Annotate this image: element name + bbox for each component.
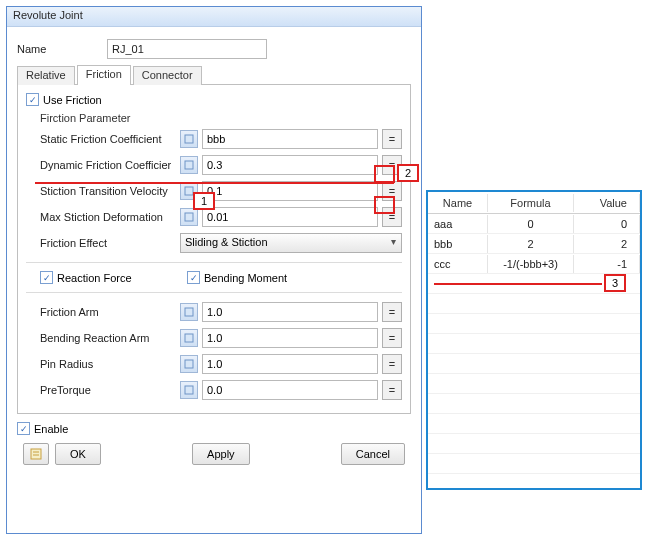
cell-name: bbb xyxy=(428,235,488,253)
friction-arm-input[interactable] xyxy=(202,302,378,322)
cancel-button[interactable]: Cancel xyxy=(341,443,405,465)
annotation-line xyxy=(434,283,602,285)
col-formula-header: Formula xyxy=(488,194,574,212)
cell-name: ccc xyxy=(428,255,488,273)
table-row[interactable] xyxy=(428,414,640,434)
ok-button[interactable]: OK xyxy=(55,443,101,465)
bending-arm-formula-button[interactable] xyxy=(382,328,402,348)
dynamic-coef-label: Dynamic Friction Coefficier xyxy=(40,159,180,171)
table-row[interactable]: ccc -1/(-bbb+3) -1 xyxy=(428,254,640,274)
cell-value: -1 xyxy=(574,255,640,273)
table-row[interactable] xyxy=(428,294,640,314)
callout-2: 2 xyxy=(397,164,419,182)
name-label: Name xyxy=(17,43,107,55)
callout-3: 3 xyxy=(604,274,626,292)
tab-relative[interactable]: Relative xyxy=(17,66,75,85)
callout-1: 1 xyxy=(193,192,215,210)
tab-friction[interactable]: Friction xyxy=(77,65,131,85)
separator xyxy=(26,292,402,293)
pin-radius-label: Pin Radius xyxy=(40,358,180,370)
table-row[interactable] xyxy=(428,334,640,354)
svg-rect-8 xyxy=(31,449,41,459)
stiction-vel-label: Stiction Transition Velocity xyxy=(40,185,180,197)
svg-rect-3 xyxy=(185,213,193,221)
static-coef-formula-button[interactable] xyxy=(382,129,402,149)
table-row[interactable]: bbb 2 2 xyxy=(428,234,640,254)
pin-radius-input[interactable] xyxy=(202,354,378,374)
tab-bar: Relative Friction Connector xyxy=(17,65,411,85)
annotation-line xyxy=(35,182,394,184)
pretorque-label: PreTorque xyxy=(40,384,180,396)
col-name-header: Name xyxy=(428,194,488,212)
max-def-label: Max Stiction Deformation xyxy=(40,211,180,223)
formula-table-popup: Name Formula Value aaa 0 0 bbb 2 2 ccc -… xyxy=(426,190,642,490)
table-row[interactable] xyxy=(428,394,640,414)
friction-parameter-title: Firction Parameter xyxy=(40,112,402,124)
table-row[interactable]: aaa 0 0 xyxy=(428,214,640,234)
friction-arm-formula-button[interactable] xyxy=(382,302,402,322)
static-coef-label: Static Friction Coefficient xyxy=(40,133,180,145)
param-icon[interactable] xyxy=(180,156,198,174)
table-row[interactable] xyxy=(428,454,640,474)
revolute-joint-dialog: Revolute Joint Name Relative Friction Co… xyxy=(6,6,422,534)
bending-arm-label: Bending Reaction Arm xyxy=(40,332,180,344)
pretorque-input[interactable] xyxy=(202,380,378,400)
pretorque-formula-button[interactable] xyxy=(382,380,402,400)
cell-value: 0 xyxy=(574,215,640,233)
stiction-vel-input[interactable] xyxy=(202,181,378,201)
svg-rect-5 xyxy=(185,334,193,342)
cell-name: aaa xyxy=(428,215,488,233)
svg-rect-7 xyxy=(185,386,193,394)
table-row[interactable] xyxy=(428,314,640,334)
enable-checkbox[interactable] xyxy=(17,422,30,435)
enable-label: Enable xyxy=(34,423,68,435)
table-row[interactable] xyxy=(428,354,640,374)
friction-effect-select[interactable]: Sliding & Stiction xyxy=(180,233,402,253)
annotation-box xyxy=(374,196,395,214)
help-icon-button[interactable] xyxy=(23,443,49,465)
bending-arm-input[interactable] xyxy=(202,328,378,348)
reaction-force-checkbox[interactable] xyxy=(40,271,53,284)
pin-radius-formula-button[interactable] xyxy=(382,354,402,374)
param-icon[interactable] xyxy=(180,303,198,321)
friction-arm-label: Friction Arm xyxy=(40,306,180,318)
notebook-icon xyxy=(29,447,43,461)
param-icon[interactable] xyxy=(180,329,198,347)
use-friction-label: Use Friction xyxy=(43,94,102,106)
svg-rect-1 xyxy=(185,161,193,169)
max-def-input[interactable] xyxy=(202,207,378,227)
dynamic-coef-input[interactable] xyxy=(202,155,378,175)
dialog-title: Revolute Joint xyxy=(7,7,421,27)
apply-button[interactable]: Apply xyxy=(192,443,250,465)
cell-formula: 0 xyxy=(488,215,574,233)
cell-formula: 2 xyxy=(488,235,574,253)
friction-effect-label: Friction Effect xyxy=(40,237,180,249)
col-value-header: Value xyxy=(574,194,640,212)
param-icon[interactable] xyxy=(180,130,198,148)
svg-rect-6 xyxy=(185,360,193,368)
annotation-box xyxy=(374,165,395,183)
svg-rect-4 xyxy=(185,308,193,316)
static-coef-input[interactable] xyxy=(202,129,378,149)
friction-panel: Use Friction Firction Parameter Static F… xyxy=(17,85,411,414)
bending-moment-label: Bending Moment xyxy=(204,272,287,284)
tab-connector[interactable]: Connector xyxy=(133,66,202,85)
table-row[interactable] xyxy=(428,434,640,454)
table-row[interactable] xyxy=(428,374,640,394)
use-friction-checkbox[interactable] xyxy=(26,93,39,106)
reaction-force-label: Reaction Force xyxy=(57,272,187,284)
param-icon[interactable] xyxy=(180,208,198,226)
name-input[interactable] xyxy=(107,39,267,59)
separator xyxy=(26,262,402,263)
svg-rect-2 xyxy=(185,187,193,195)
cell-formula: -1/(-bbb+3) xyxy=(488,255,574,273)
param-icon[interactable] xyxy=(180,355,198,373)
svg-rect-0 xyxy=(185,135,193,143)
bending-moment-checkbox[interactable] xyxy=(187,271,200,284)
cell-value: 2 xyxy=(574,235,640,253)
param-icon[interactable] xyxy=(180,381,198,399)
